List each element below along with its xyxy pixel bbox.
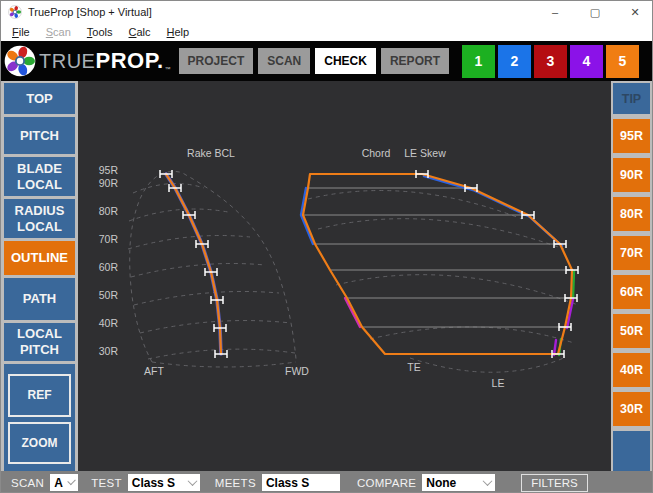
minimize-icon[interactable]: –: [538, 1, 572, 23]
svg-text:90R: 90R: [99, 177, 119, 189]
app-icon: [8, 5, 22, 19]
meets-label: MEETS: [215, 477, 256, 489]
sidebar-item-local-pitch[interactable]: LOCAL PITCH: [4, 323, 75, 361]
menu-bar: File Scan Tools Calc Help: [1, 23, 652, 41]
svg-text:95R: 95R: [99, 164, 119, 176]
svg-text:AFT: AFT: [144, 365, 164, 377]
ref-button[interactable]: REF: [8, 374, 71, 417]
close-icon[interactable]: ✕: [618, 1, 652, 23]
tab-report[interactable]: REPORT: [381, 48, 449, 74]
menu-scan: Scan: [38, 26, 79, 38]
radius-item-95r[interactable]: 95R: [613, 119, 650, 153]
sidebar-item-radius-local[interactable]: RADIUS LOCAL: [4, 199, 75, 238]
scan-3-button[interactable]: 3: [534, 45, 567, 78]
scan-4-button[interactable]: 4: [570, 45, 603, 78]
sidebar-item-path[interactable]: PATH: [4, 278, 75, 320]
svg-text:60R: 60R: [99, 261, 119, 273]
chevron-down-icon: [67, 477, 76, 486]
sidebar-item-top[interactable]: TOP: [4, 83, 75, 114]
radius-item-50r[interactable]: 50R: [613, 314, 650, 348]
scan-label: SCAN: [11, 477, 44, 489]
main-body: TOP PITCH BLADE LOCAL RADIUS LOCAL OUTLI…: [1, 81, 652, 471]
compare-select[interactable]: None: [422, 474, 495, 491]
svg-text:LE: LE: [492, 377, 505, 389]
test-select-value: Class S: [132, 476, 175, 490]
svg-text:50R: 50R: [99, 289, 119, 301]
maximize-icon[interactable]: ▢: [578, 1, 612, 23]
header-bar: TRUE PROP. ™ PROJECT SCAN CHECK REPORT 1…: [1, 41, 652, 81]
filters-button[interactable]: FILTERS: [521, 474, 587, 492]
compare-label: COMPARE: [357, 477, 416, 489]
svg-text:80R: 80R: [99, 205, 119, 217]
svg-text:LE Skew: LE Skew: [404, 147, 446, 159]
scan-2-button[interactable]: 2: [498, 45, 531, 78]
compare-select-value: None: [426, 476, 456, 490]
meets-value-box: Class S: [262, 474, 340, 491]
tab-project[interactable]: PROJECT: [179, 48, 254, 74]
test-select[interactable]: Class S: [128, 474, 200, 491]
svg-text:30R: 30R: [99, 345, 119, 357]
radius-item-90r[interactable]: 90R: [613, 158, 650, 192]
tab-scan[interactable]: SCAN: [258, 48, 310, 74]
plot-canvas: 95R90R80R70R60R50R40R30RAFTFWDRake BCLCh…: [78, 81, 613, 471]
plot-area: 95R90R80R70R60R50R40R30RAFTFWDRake BCLCh…: [78, 81, 611, 471]
radius-item-70r[interactable]: 70R: [613, 236, 650, 270]
status-bar: SCAN A TEST Class S MEETS Class S COMPAR…: [1, 471, 652, 493]
meets-value: Class S: [266, 476, 309, 490]
zoom-button[interactable]: ZOOM: [8, 422, 71, 465]
menu-help[interactable]: Help: [159, 26, 198, 38]
scan-1-button[interactable]: 1: [462, 45, 495, 78]
sidebar-item-outline[interactable]: OUTLINE: [4, 241, 75, 275]
svg-text:TE: TE: [407, 361, 420, 373]
scan-6-button[interactable]: 6: [642, 45, 653, 78]
brand-prop-text: PROP.: [95, 48, 163, 74]
svg-text:70R: 70R: [99, 233, 119, 245]
window-title: TrueProp [Shop + Virtual]: [28, 6, 532, 18]
test-label: TEST: [91, 477, 122, 489]
scan-selector-group: 1 2 3 4 5 6 7 8: [462, 45, 653, 78]
sidebar-item-blade-local[interactable]: BLADE LOCAL: [4, 157, 75, 196]
brand-tm: ™: [165, 66, 171, 72]
radius-item-40r[interactable]: 40R: [613, 353, 650, 387]
scan-select-value: A: [54, 476, 63, 490]
brand-true-text: TRUE: [39, 50, 95, 73]
radius-item-stub: [613, 431, 650, 471]
svg-text:40R: 40R: [99, 317, 119, 329]
radius-item-30r[interactable]: 30R: [613, 392, 650, 426]
menu-calc[interactable]: Calc: [121, 26, 159, 38]
chevron-down-icon: [187, 476, 197, 486]
sidebar-item-pitch[interactable]: PITCH: [4, 117, 75, 154]
svg-text:Chord: Chord: [362, 147, 391, 159]
radius-item-60r[interactable]: 60R: [613, 275, 650, 309]
radius-sidebar: TIP 95R 90R 80R 70R 60R 50R 40R 30R: [611, 81, 652, 471]
scan-5-button[interactable]: 5: [606, 45, 639, 78]
radius-item-tip: TIP: [613, 83, 650, 114]
view-sidebar: TOP PITCH BLADE LOCAL RADIUS LOCAL OUTLI…: [1, 81, 78, 471]
propeller-logo-icon: [4, 45, 36, 77]
brand-logo: TRUE PROP. ™: [4, 45, 171, 77]
app-window: TrueProp [Shop + Virtual] – ▢ ✕ File Sca…: [0, 0, 653, 493]
svg-text:Rake BCL: Rake BCL: [187, 147, 235, 159]
tab-check[interactable]: CHECK: [315, 48, 376, 74]
svg-text:FWD: FWD: [285, 365, 309, 377]
title-bar: TrueProp [Shop + Virtual] – ▢ ✕: [1, 1, 652, 23]
menu-tools[interactable]: Tools: [79, 26, 121, 38]
tools-panel: REF ZOOM: [4, 364, 75, 471]
radius-item-80r[interactable]: 80R: [613, 197, 650, 231]
chevron-down-icon: [483, 476, 493, 486]
menu-file[interactable]: File: [4, 26, 38, 38]
scan-select[interactable]: A: [50, 474, 78, 491]
